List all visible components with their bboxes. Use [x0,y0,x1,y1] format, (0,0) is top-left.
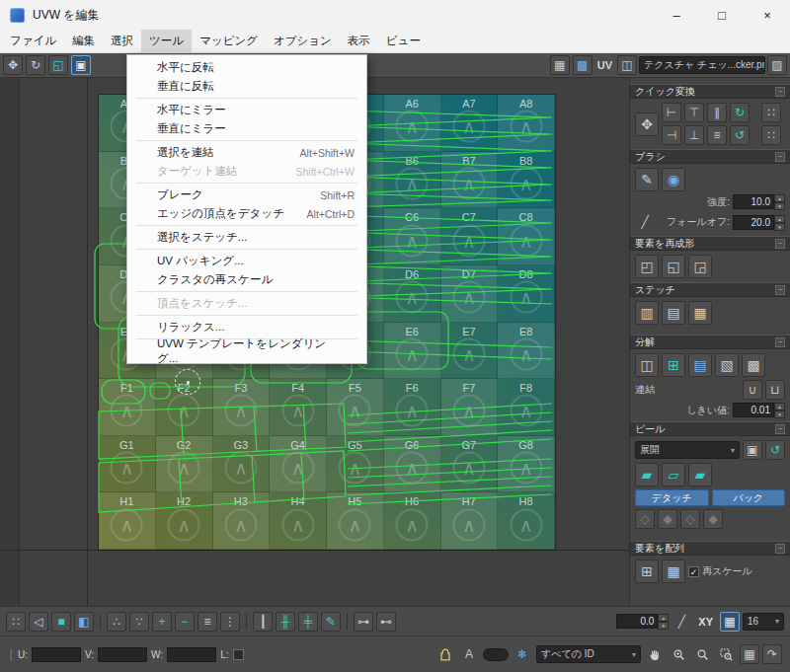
pack-normalize-icon[interactable]: ⊞ [635,560,659,583]
reset-peel-icon[interactable]: ↺ [765,440,785,460]
w-coordinate-field[interactable] [167,647,216,662]
edit-seams-icon[interactable]: ▰ [635,463,659,486]
menu-item[interactable]: ブレークShift+R [127,186,366,204]
section-header-arrange[interactable]: 要素を配列 − [630,541,790,556]
axis-constraint-label[interactable]: XY [698,616,713,628]
strength-spinner[interactable]: 10.0 ▴▾ [733,194,785,209]
menu-item[interactable]: 選択をステッチ... [127,228,366,247]
connect-vertices-icon[interactable]: ⊶ [354,612,373,632]
lock-aspect-checkbox[interactable] [233,649,244,660]
pan-hand-icon[interactable] [645,644,665,664]
menubar-item-options[interactable]: オプション [266,30,340,52]
explode-by-edge-icon[interactable]: ▩ [742,353,765,377]
maximize-button[interactable]: □ [699,0,745,30]
symmetry-icon[interactable]: ◆ [703,509,723,529]
expand-plus-icon[interactable]: + [152,612,172,632]
menubar-item-tools[interactable]: ツール [141,30,192,52]
uvw-channel-icon[interactable]: ◫ [617,55,637,75]
space-vertical-icon[interactable]: ≡ [707,125,727,145]
rotate-tool-icon[interactable]: ↻ [26,55,45,75]
flatten-by-material-icon[interactable]: ▤ [688,353,712,377]
close-button[interactable]: × [745,0,790,30]
reset-view-icon[interactable]: ↷ [762,644,782,664]
zoom-region-icon[interactable] [716,644,736,664]
scale-tool-icon[interactable]: ◱ [48,55,68,75]
v-coordinate-field[interactable] [98,647,147,662]
collapse-icon[interactable]: − [775,87,785,97]
element-toggle-icon[interactable]: ◧ [74,612,94,632]
menu-item[interactable]: UV パッキング... [127,252,366,270]
collapse-icon[interactable]: − [775,152,785,162]
quick-transform-icon[interactable]: ✥ [635,112,659,136]
angle-spinner[interactable]: 0.0 ▴▾ [616,614,669,629]
threshold-value[interactable]: 0.01 [733,403,774,417]
planar-map-icon[interactable]: ◲ [688,255,712,278]
seam-from-selection-icon[interactable]: ▰ [688,463,712,486]
align-to-pivot-icon[interactable]: ┃ [253,612,273,632]
menubar-item-file[interactable]: ファイル [2,30,64,52]
paint-move-brush-icon[interactable]: ✎ [635,168,659,191]
texture-dropdown[interactable]: テクスチャ チェッ...cker.png) ▾ [639,56,765,74]
zoom-icon[interactable] [692,644,712,664]
collapse-icon[interactable]: − [775,285,785,295]
snap-grid2-icon[interactable]: ∷ [761,125,781,145]
pelt-map-icon[interactable]: ◇ [680,509,700,529]
falloff-value[interactable]: 20.0 [733,215,774,230]
menubar-item-view[interactable]: ビュー [378,30,429,52]
falloff-spinner[interactable]: 20.0 ▴▾ [733,215,785,230]
show-grid-icon[interactable]: ▦ [550,55,570,75]
section-header-peel[interactable]: ピール − [630,421,790,436]
edge-subobject-icon[interactable]: ◁ [29,612,48,632]
quick-peel-icon[interactable]: ◇ [635,509,655,529]
rescale-checkbox[interactable]: ✓ [688,566,699,577]
peel-mode-icon[interactable]: ◆ [658,509,677,529]
absolute-typein-icon[interactable]: A [459,644,479,664]
collapse-icon[interactable]: − [775,337,785,347]
ring-selection-icon[interactable]: ⋮ [220,612,240,632]
spinner-arrows[interactable]: ▴▾ [658,614,669,629]
face-subobject-icon[interactable]: ■ [51,612,71,632]
grow-selection-icon[interactable]: ∴ [107,612,126,632]
falloff-curve-icon[interactable]: ╱ [635,212,655,232]
mirror-horizontal-icon[interactable]: ╪ [298,612,318,632]
lock-selection-icon[interactable] [435,644,455,664]
grid-subdiv-dropdown[interactable]: 16 ▾ [743,613,784,631]
menubar-item-display[interactable]: 表示 [340,30,378,52]
menubar-item-mapping[interactable]: マッピング [192,30,266,52]
menu-item[interactable]: エッジの頂点をデタッチAlt+Ctrl+D [127,204,366,223]
material-id-dropdown[interactable]: すべての ID ▾ [536,645,641,663]
stitch-average-icon[interactable]: ▤ [662,301,685,325]
mirror-vertical-icon[interactable]: ╫ [276,612,295,632]
collapse-icon[interactable]: − [775,424,785,434]
u-coordinate-field[interactable] [32,647,81,662]
menu-item[interactable]: クラスタの再スケール [127,270,366,289]
freeform-mode-icon[interactable]: ▣ [71,55,91,75]
rotate-ccw-icon[interactable]: ↺ [730,125,750,145]
collapse-icon[interactable]: − [775,544,785,554]
section-header-reshape[interactable]: 要素を再成形 − [630,236,790,251]
move-tool-icon[interactable]: ✥ [3,55,23,75]
stitch-custom-icon[interactable]: ▥ [635,301,659,325]
rectangularize-icon[interactable]: ◱ [662,255,685,278]
break-vertices-icon[interactable]: ⊷ [376,612,396,632]
detach-button[interactable]: デタッチ [635,489,709,506]
paint-select-add-icon[interactable]: ✎ [321,612,341,632]
menubar-item-select[interactable]: 選択 [103,30,141,52]
menubar-item-edit[interactable]: 編集 [64,30,103,52]
grid-snap-toggle-icon[interactable]: ▦ [720,612,740,632]
map-options-icon[interactable]: ▨ [767,55,787,75]
menu-item[interactable]: 垂直にミラー [127,119,366,138]
pack-custom-icon[interactable]: ▦ [662,560,685,583]
stitch-target-icon[interactable]: ▦ [688,301,712,325]
align-horizontal-icon[interactable]: ⊢ [662,103,681,122]
section-header-stitch[interactable]: ステッチ − [630,282,790,297]
menu-item[interactable]: 水平に反転 [127,58,366,77]
collapse-icon[interactable]: − [775,239,785,249]
loop-selection-icon[interactable]: ≡ [198,612,217,632]
explode-by-face-icon[interactable]: ▧ [715,353,739,377]
menu-item[interactable]: 選択を連結Alt+Shift+W [127,143,366,162]
weld-selected-icon[interactable]: ∪ [743,380,762,400]
point-to-point-seam-icon[interactable]: ▱ [662,463,685,486]
snap-grid-icon[interactable]: ∷ [761,103,781,122]
threshold-spinner[interactable]: 0.01 ▴▾ [733,403,785,417]
